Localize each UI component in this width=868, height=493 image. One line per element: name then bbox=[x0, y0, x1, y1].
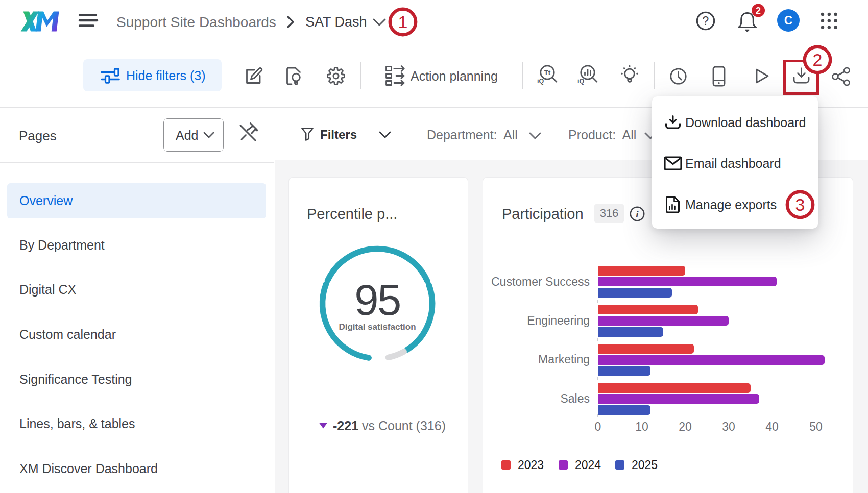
svg-text:iQ: iQ bbox=[577, 78, 584, 85]
svg-text:3: 3 bbox=[795, 195, 805, 214]
svg-text:?: ? bbox=[703, 14, 709, 28]
svg-text:iQ: iQ bbox=[537, 78, 544, 85]
svg-text:Tt: Tt bbox=[544, 69, 551, 77]
svg-text:i: i bbox=[636, 209, 639, 219]
svg-text:1: 1 bbox=[398, 12, 408, 32]
svg-text:2: 2 bbox=[813, 50, 823, 69]
svg-text:2: 2 bbox=[756, 6, 761, 16]
